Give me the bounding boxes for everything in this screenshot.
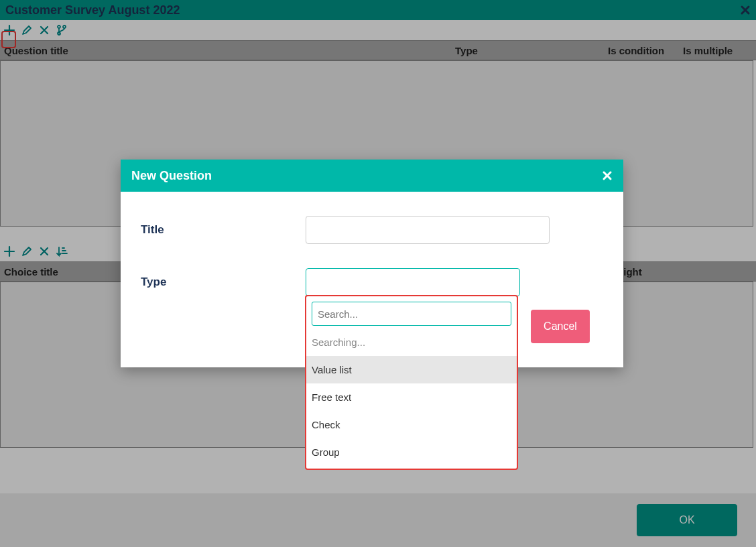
dropdown-item[interactable]: Group <box>306 438 517 466</box>
dropdown-item[interactable]: Check <box>306 411 517 438</box>
dropdown-item[interactable]: Value list <box>306 356 517 383</box>
type-dropdown: Searching... Value listFree textCheckGro… <box>305 295 518 470</box>
cancel-button[interactable]: Cancel <box>531 310 590 343</box>
dropdown-search-input[interactable] <box>312 302 511 326</box>
modal-titlebar: New Question <box>121 160 623 192</box>
dropdown-item[interactable]: Free text <box>306 383 517 411</box>
title-label: Title <box>141 223 306 237</box>
type-select[interactable] <box>306 268 520 296</box>
title-field[interactable] <box>306 216 550 244</box>
type-label: Type <box>141 276 306 289</box>
dropdown-status: Searching... <box>306 328 517 356</box>
modal-title: New Question <box>131 169 212 183</box>
modal-close-icon[interactable] <box>602 170 613 181</box>
